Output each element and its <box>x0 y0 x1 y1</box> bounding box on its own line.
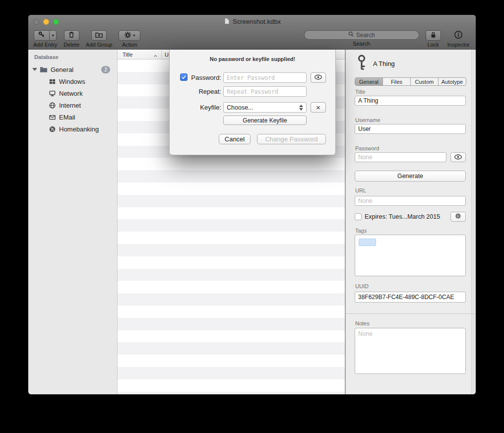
sidebar-item-email[interactable]: EMail <box>28 111 117 123</box>
delete-group: Delete <box>63 30 79 48</box>
add-entry-group: ▾ Add Entry <box>33 30 57 48</box>
title-field[interactable] <box>355 96 466 106</box>
inspector-panel: A Thing General Files Custom Autotype Ti… <box>346 50 476 394</box>
tab-autotype[interactable]: Autotype <box>439 78 466 85</box>
gear-icon <box>124 31 131 40</box>
generate-keyfile-button[interactable]: Generate Keyfile <box>223 116 307 125</box>
dialog-repeat-input[interactable] <box>223 86 307 97</box>
delete-button[interactable] <box>64 30 79 41</box>
sidebar-item-label: Network <box>59 90 83 97</box>
sidebar-item-label: Internet <box>59 102 81 109</box>
window-title: Screenshot.kdbx <box>233 18 281 25</box>
add-group-button[interactable] <box>91 30 107 41</box>
url-field[interactable] <box>355 196 466 206</box>
computer-icon <box>48 89 56 97</box>
username-field-label: Username <box>355 117 380 123</box>
add-entry-label: Add Entry <box>33 42 57 48</box>
inspector-button[interactable] <box>451 30 466 41</box>
sidebar-item-network[interactable]: Network <box>28 87 117 99</box>
sidebar-item-general[interactable]: General 2 <box>28 63 117 75</box>
add-group-label: Add Group <box>86 42 112 48</box>
dialog-repeat-label: Repeat: <box>189 88 221 95</box>
dialog-password-input[interactable] <box>223 72 307 83</box>
uuid-field[interactable] <box>355 292 466 303</box>
windows-icon <box>48 77 56 85</box>
envelope-icon <box>48 113 56 121</box>
password-field-label: Password <box>355 145 379 151</box>
tags-box[interactable] <box>355 235 466 276</box>
title-field-label: Title <box>355 89 365 95</box>
clear-keyfile-button[interactable]: × <box>311 102 326 113</box>
add-entry-dropdown[interactable]: ▾ <box>49 30 57 41</box>
dialog-show-password-button[interactable] <box>311 72 326 83</box>
generate-password-button[interactable]: Generate <box>355 171 466 182</box>
lock-group: Lock <box>426 30 441 48</box>
entry-header: A Thing <box>356 53 395 74</box>
sidebar-item-homebanking[interactable]: Homebanking <box>28 123 117 135</box>
sort-ascending-icon <box>153 53 158 59</box>
tab-custom[interactable]: Custom <box>411 78 439 85</box>
inspector-group: Inspector <box>447 30 470 48</box>
action-label: Action <box>122 42 137 48</box>
sidebar-item-label: Windows <box>59 78 85 85</box>
close-x-icon: × <box>316 104 320 111</box>
action-button[interactable]: ▾ <box>119 30 140 41</box>
sidebar-section-header: Database <box>34 54 117 60</box>
expires-row: Expires: Tues...March 2015 <box>355 212 440 222</box>
delete-label: Delete <box>63 42 79 48</box>
search-group: Search Search <box>304 30 419 47</box>
entry-title-heading: A Thing <box>373 60 395 67</box>
sidebar: Database General 2 Windows <box>28 50 118 394</box>
key-icon <box>356 54 368 73</box>
lock-label: Lock <box>428 42 439 48</box>
add-group-group: Add Group <box>86 30 112 48</box>
check-icon <box>181 74 187 80</box>
show-password-button[interactable] <box>450 152 466 162</box>
key-plus-icon <box>38 31 46 40</box>
inspector-scrollbar[interactable] <box>471 50 476 394</box>
search-icon <box>348 31 354 39</box>
document-icon <box>223 17 230 26</box>
sidebar-item-internet[interactable]: Internet <box>28 99 117 111</box>
cancel-button[interactable]: Cancel <box>219 134 251 144</box>
percent-coin-icon <box>48 125 56 133</box>
zoom-button[interactable] <box>53 19 59 25</box>
inspector-tabs: General Files Custom Autotype <box>355 77 466 86</box>
tags-label: Tags <box>355 228 367 234</box>
popup-arrows-icon <box>299 105 303 111</box>
password-field[interactable] <box>355 152 446 162</box>
eye-icon <box>454 154 462 161</box>
change-password-button[interactable]: Change Password <box>257 134 326 144</box>
keyfile-popup[interactable]: Choose... <box>223 102 307 113</box>
action-group: ▾ Action <box>119 30 140 48</box>
lock-icon <box>430 31 437 40</box>
window-controls <box>33 15 59 28</box>
title-bar: Screenshot.kdbx <box>28 15 476 28</box>
gear-icon <box>455 213 461 221</box>
password-checkbox[interactable] <box>180 73 188 81</box>
search-placeholder: Search <box>356 32 375 39</box>
username-field[interactable] <box>355 124 466 134</box>
sidebar-item-windows[interactable]: Windows <box>28 75 117 87</box>
notes-field[interactable] <box>355 328 466 374</box>
expires-checkbox[interactable] <box>355 213 362 220</box>
tab-general[interactable]: General <box>355 78 383 85</box>
column-divider[interactable] <box>161 51 162 58</box>
search-input[interactable]: Search <box>304 30 419 40</box>
dialog-password-label: Password: <box>189 74 221 81</box>
disclosure-triangle-icon[interactable] <box>32 68 37 71</box>
lock-button[interactable] <box>426 30 441 41</box>
inspector-label: Inspector <box>447 42 470 48</box>
tag-chip[interactable] <box>359 239 376 246</box>
expires-settings-button[interactable] <box>450 212 466 222</box>
window-title-group: Screenshot.kdbx <box>223 17 281 26</box>
trash-icon <box>67 31 75 40</box>
close-button[interactable] <box>33 19 39 25</box>
entry-count-badge: 2 <box>101 66 110 73</box>
add-entry-button[interactable] <box>34 30 49 41</box>
minimize-button[interactable] <box>43 19 49 25</box>
column-header-title[interactable]: Title <box>123 52 132 58</box>
change-password-dialog: No password or keyfile supplied! Passwor… <box>169 50 336 155</box>
keyfile-popup-value: Choose... <box>227 104 299 111</box>
tab-files[interactable]: Files <box>383 78 411 85</box>
